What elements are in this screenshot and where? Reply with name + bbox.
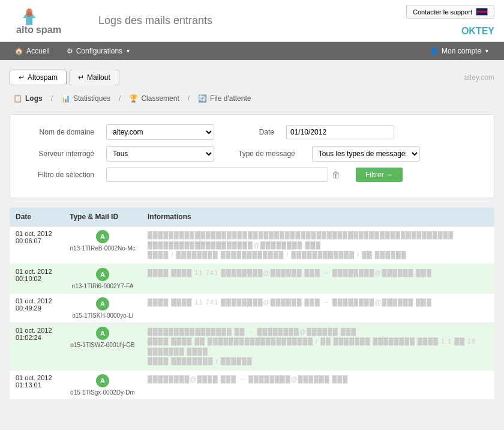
info-line: ████ ████ 11 741 ████████@██████.███ → █… (148, 268, 488, 278)
logo-area: alto spam Logs des mails entrants (10, 6, 212, 36)
nav-mon-compte-label: Mon compte (442, 47, 481, 55)
table-body: 01 oct. 201200:06:07An13-1TIReB-0002No-M… (10, 226, 494, 400)
info-line: ████████████████████@████████.███ (148, 240, 488, 250)
mail-id-cell[interactable]: Ao15-1TlSKH-0000yo-Li (64, 293, 142, 322)
mail-id-cell[interactable]: An13-1TIReB-0002No-Mc (64, 226, 142, 264)
info-line: ████████████████████████████████████████… (148, 230, 488, 240)
table-row[interactable]: 01 oct. 201201:02:24Ao15-1TlSWZ-0001hj-G… (10, 322, 494, 370)
mail-id-cell[interactable]: Ao15-1TlSgx-0002Dy-Dm (64, 370, 142, 399)
info-cell: ████████████████████████████████████████… (142, 226, 494, 264)
filter-row-2: Serveur interrogé Tous Type de message T… (22, 146, 482, 162)
badge-a: A (96, 374, 109, 387)
sub-tab-logs[interactable]: 📋 Logs (10, 92, 46, 104)
table-row[interactable]: 01 oct. 201200:10:02An13-1TIRi6-0002Y7-F… (10, 264, 494, 293)
date-value: 01 oct. 2012 (16, 297, 58, 304)
nav-left: 🏠 Accueil ⚙ Configurations ▼ (7, 43, 138, 59)
nav-configurations[interactable]: ⚙ Configurations ▼ (59, 43, 138, 59)
top-right: Contacter le support OKTEY (406, 5, 494, 37)
type-select[interactable]: Tous les types de messages (312, 146, 420, 162)
mail-id-cell[interactable]: Ao15-1TlSWZ-0001hj-GB (64, 322, 142, 370)
date-value: 01 oct. 2012 (16, 268, 58, 275)
mail-id-cell[interactable]: An13-1TIRi6-0002Y7-FA (64, 264, 142, 293)
stats-icon: 📊 (61, 94, 70, 103)
mail-id: n13-1TIReB-0002No-Mc (70, 245, 136, 252)
filter-button[interactable]: Filtrer → (356, 168, 403, 182)
mail-id: o15-1TlSgx-0002Dy-Dm (70, 389, 136, 396)
filter-row-3: Filtro de sélection 🗑 Filtrer → (22, 168, 482, 182)
sub-tab-file-attente-label: File d'attente (210, 94, 251, 103)
class-icon: 🏆 (129, 94, 138, 103)
tab-mailout-label: Mailout (87, 73, 110, 82)
time-value: 01:13:01 (16, 381, 58, 389)
info-cell: ████ ████ 11 741 ████████@██████.███ → █… (142, 293, 494, 322)
table-row[interactable]: 01 oct. 201200:06:07An13-1TIReB-0002No-M… (10, 226, 494, 264)
tab-altospam-label: Altospam (28, 73, 58, 82)
support-button[interactable]: Contacter le support (406, 5, 494, 19)
sub-tab-classement-label: Classement (141, 94, 179, 103)
clear-filter-button[interactable]: 🗑 (328, 169, 344, 181)
date-cell: 01 oct. 201201:02:24 (10, 322, 64, 370)
logo: alto spam (10, 6, 82, 36)
filter-panel: Nom de domaine altey.com Date Serveur in… (10, 114, 494, 198)
nom-domaine-label: Nom de domaine (22, 128, 94, 136)
top-bar: alto spam Logs des mails entrants Contac… (0, 0, 504, 42)
date-cell: 01 oct. 201200:49:29 (10, 293, 64, 322)
sub-tab-logs-label: Logs (25, 94, 43, 103)
flag-icon (476, 8, 488, 16)
tab-row: ↵ Altospam ↵ Mailout altey.com (10, 70, 494, 85)
badge-a: A (96, 230, 109, 243)
svg-text:alto: alto (16, 24, 34, 35)
filter-row-1: Nom de domaine altey.com Date (22, 124, 482, 140)
domain-select[interactable]: altey.com (106, 124, 214, 140)
logs-icon: 📋 (13, 94, 22, 103)
date-value: 01 oct. 2012 (16, 327, 58, 334)
nav-configurations-label: Configurations (76, 47, 122, 55)
support-label: Contacter le support (413, 8, 472, 16)
date-input[interactable] (286, 125, 394, 139)
nav-mon-compte[interactable]: 👤 Mon compte ▼ (422, 43, 497, 59)
time-value: 00:49:29 (16, 304, 58, 312)
info-line: ████ ████ ██ ████████████████████ / ██ █… (148, 336, 488, 356)
table-row[interactable]: 01 oct. 201200:49:29Ao15-1TlSKH-0000yo-L… (10, 293, 494, 322)
sub-tab-file-attente[interactable]: 🔄 File d'attente (194, 92, 254, 104)
content-area: ↵ Altospam ↵ Mailout altey.com 📋 Logs / … (0, 60, 504, 410)
type-label: Type de message (238, 150, 295, 158)
date-cell: 01 oct. 201200:06:07 (10, 226, 64, 264)
queue-icon: 🔄 (198, 94, 207, 103)
tab-altospam-arrow: ↵ (19, 73, 25, 82)
mail-id: n13-1TIRi6-0002Y7-FA (70, 283, 136, 289)
chevron-down-icon-2: ▼ (484, 48, 490, 54)
chevron-down-icon: ▼ (125, 48, 131, 54)
filtre-input[interactable] (106, 168, 328, 182)
sub-tabs: 📋 Logs / 📊 Statistiques / 🏆 Classement /… (10, 92, 494, 104)
serveur-select[interactable]: Tous (106, 146, 214, 162)
sub-tab-divider-3: / (188, 94, 190, 103)
info-line: ████████████████.██ → ████████@██████.██… (148, 327, 488, 337)
badge-a: A (96, 268, 109, 281)
tab-group: ↵ Altospam ↵ Mailout (10, 70, 119, 85)
time-value: 00:10:02 (16, 275, 58, 282)
date-value: 01 oct. 2012 (16, 230, 58, 237)
filtre-input-wrapper: 🗑 (106, 168, 344, 182)
sub-tab-statistiques-label: Statistiques (73, 94, 110, 103)
info-line: ████████@████.███ → ████████@██████.███ (148, 374, 488, 384)
info-line: ████ / ████████ ████████████ / █████████… (148, 250, 488, 260)
info-line: ████ ████████ / ██████ (148, 356, 488, 366)
info-cell: ████████████████.██ → ████████@██████.██… (142, 322, 494, 370)
nav-accueil-label: Accueil (26, 47, 50, 55)
sub-tab-statistiques[interactable]: 📊 Statistiques (58, 92, 114, 104)
sub-tab-classement[interactable]: 🏆 Classement (125, 92, 182, 104)
date-value: 01 oct. 2012 (16, 374, 58, 381)
tab-mailout[interactable]: ↵ Mailout (69, 70, 119, 85)
page-title: Logs des mails entrants (98, 14, 212, 27)
domain-select-wrapper: altey.com (106, 124, 214, 140)
col-type: Type & Mail ID (64, 208, 142, 226)
domain-label: altey.com (464, 73, 494, 82)
user-icon: 👤 (430, 47, 439, 55)
col-info: Informations (142, 208, 494, 226)
table-row[interactable]: 01 oct. 201201:13:01Ao15-1TlSgx-0002Dy-D… (10, 370, 494, 399)
nav-accueil[interactable]: 🏠 Accueil (7, 43, 57, 59)
gear-icon: ⚙ (67, 47, 73, 55)
tab-altospam[interactable]: ↵ Altospam (10, 70, 67, 85)
nav-right: 👤 Mon compte ▼ (422, 43, 497, 59)
